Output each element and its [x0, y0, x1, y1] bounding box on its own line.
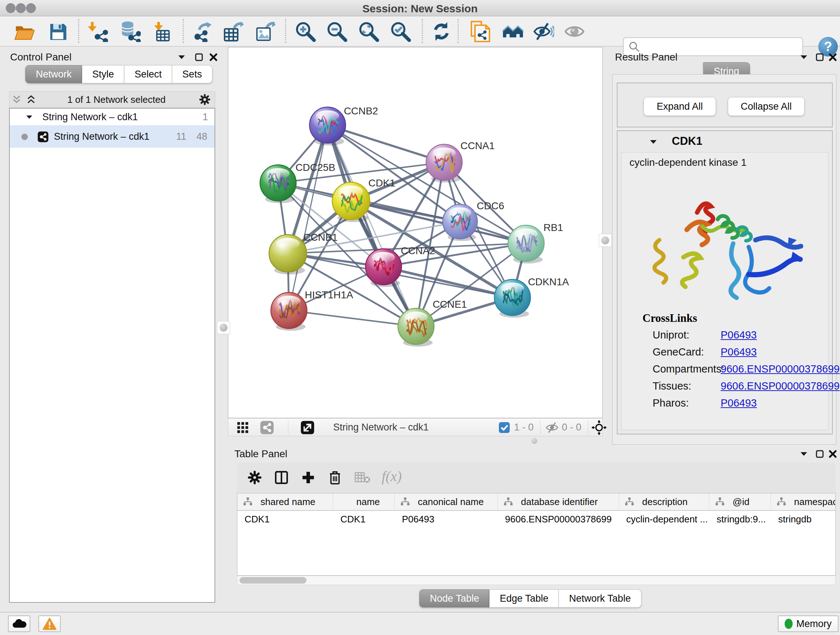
tab-sets[interactable]: Sets — [172, 65, 212, 83]
table-cell-database-identifier[interactable]: 9606.ENSP00000378699 — [498, 511, 619, 527]
open-view-in-window-button[interactable] — [299, 420, 316, 435]
tab-network[interactable]: Network — [25, 65, 82, 83]
panel-menu-icon[interactable] — [175, 51, 188, 64]
crosslink-label: GeneCard: — [653, 346, 704, 358]
network-canvas[interactable]: CCNB2CCNA1CDC25BCDK1CDC6RB1CCNB1CCNA2CDK… — [228, 47, 603, 418]
network-options-button[interactable] — [195, 93, 215, 106]
panel-close-icon[interactable] — [826, 51, 839, 64]
export-network-button[interactable] — [190, 20, 213, 43]
import-network-button[interactable] — [87, 20, 110, 43]
export-table-button[interactable] — [222, 20, 245, 43]
network-node-CCNA2[interactable] — [365, 249, 401, 287]
column-header-shared-name[interactable]: shared name — [237, 494, 333, 510]
network-node-CCNE1[interactable] — [398, 309, 434, 347]
column-header-name[interactable]: name — [333, 494, 395, 510]
panel-menu-icon[interactable] — [797, 51, 810, 64]
bottom-splitter-handle[interactable] — [531, 438, 537, 444]
network-node-CDC25B[interactable] — [260, 165, 296, 203]
gene-section-header[interactable]: CDK1 — [617, 131, 832, 151]
gene-expander-icon[interactable] — [649, 139, 657, 145]
left-splitter-handle[interactable] — [217, 321, 230, 334]
crosslink-link[interactable]: P06493 — [721, 397, 757, 409]
network-row-selected[interactable]: String Network – cdk1 11 48 — [10, 125, 215, 148]
table-horizontal-scrollbar[interactable] — [237, 576, 836, 585]
tab-edge-table[interactable]: Edge Table — [489, 589, 559, 608]
column-header-canonical-name[interactable]: canonical name — [395, 494, 498, 510]
network-node-label-CDC6: CDC6 — [477, 200, 504, 211]
table-options-button[interactable] — [243, 466, 266, 489]
crosslink-link[interactable]: 9606.ENSP00000378699 — [721, 380, 840, 392]
selected-checkbox[interactable] — [499, 422, 510, 433]
cloud-status-button[interactable] — [8, 616, 30, 632]
panel-float-icon[interactable] — [813, 448, 826, 461]
create-column-button[interactable] — [297, 466, 319, 489]
expand-all-button[interactable]: Expand All — [644, 97, 716, 116]
network-column-icon — [243, 497, 253, 507]
memory-button[interactable]: Memory — [778, 616, 838, 632]
show-columns-button[interactable] — [270, 466, 293, 489]
crosslink-link[interactable]: P06493 — [721, 329, 757, 341]
expand-all-icon[interactable] — [24, 93, 38, 106]
string-home-button[interactable] — [501, 20, 524, 43]
network-node-CDK1[interactable] — [332, 182, 370, 222]
panel-close-icon[interactable] — [826, 448, 839, 461]
tab-node-table[interactable]: Node Table — [419, 589, 489, 608]
panel-menu-icon[interactable] — [797, 448, 810, 461]
panel-float-icon[interactable] — [813, 51, 826, 64]
table-cell-id[interactable]: stringdb:9... — [709, 511, 771, 527]
table-cell-name[interactable]: CDK1 — [333, 511, 395, 527]
network-column-icon — [504, 497, 513, 507]
delete-table-button-disabled[interactable] — [351, 466, 374, 489]
table-row[interactable]: CDK1CDK1P064939606.ENSP00000378699cyclin… — [237, 511, 835, 527]
function-builder-button[interactable]: f(x) — [382, 468, 402, 485]
scrollbar-thumb[interactable] — [240, 577, 306, 584]
delete-column-button[interactable] — [324, 466, 346, 489]
network-node-CDC6[interactable] — [443, 204, 477, 241]
hide-glass-button[interactable] — [532, 20, 555, 43]
panel-close-icon[interactable] — [207, 51, 220, 64]
double-chevron-up-icon — [27, 95, 36, 104]
show-glass-button[interactable] — [563, 20, 586, 43]
collapse-all-icon[interactable] — [9, 93, 24, 106]
center-view-button[interactable] — [591, 420, 607, 435]
column-header-namespace[interactable]: namespace — [771, 494, 836, 510]
export-image-button[interactable] — [253, 20, 276, 43]
network-node-CCNA1[interactable] — [426, 144, 462, 182]
network-node-RB1[interactable] — [508, 225, 544, 264]
table-cell-description[interactable]: cyclin-dependent ... — [619, 511, 709, 527]
tab-style[interactable]: Style — [82, 65, 125, 83]
zoom-fit-button[interactable] — [357, 20, 380, 43]
refresh-button[interactable] — [430, 20, 453, 43]
tab-network-table[interactable]: Network Table — [559, 589, 641, 608]
network-node-HIST1H1A[interactable] — [271, 293, 307, 331]
warnings-button[interactable] — [38, 616, 61, 632]
network-collection-row[interactable]: String Network – cdk1 1 — [10, 109, 215, 125]
network-view-icon-button[interactable] — [259, 420, 275, 435]
birdseye-toggle-button[interactable] — [235, 421, 251, 434]
expander-icon[interactable] — [26, 114, 33, 120]
network-node-CCNB1[interactable] — [269, 234, 307, 274]
column-header-id[interactable]: @id — [709, 494, 771, 510]
network-edge-HIST1H1A-CCNE1[interactable] — [289, 310, 416, 326]
import-network-from-database-button[interactable] — [118, 20, 142, 43]
table-cell-canonical-name[interactable]: P06493 — [395, 511, 498, 527]
table-cell-shared-name[interactable]: CDK1 — [237, 511, 333, 527]
collapse-all-button[interactable]: Collapse All — [728, 97, 805, 116]
column-header-database-identifier[interactable]: database identifier — [498, 494, 619, 510]
zoom-in-button[interactable] — [294, 20, 317, 43]
network-edge-CCNA2-CDKN1A[interactable] — [384, 267, 512, 298]
open-session-button[interactable] — [13, 20, 36, 43]
zoom-out-button[interactable] — [325, 20, 348, 43]
crosslink-link[interactable]: P06493 — [721, 346, 757, 358]
import-table-button[interactable] — [150, 20, 174, 43]
save-session-button[interactable] — [46, 20, 69, 43]
panel-float-icon[interactable] — [193, 51, 205, 64]
table-cell-namespace[interactable]: stringdb — [771, 511, 836, 527]
crosslink-link[interactable]: 9606.ENSP00000378699 — [721, 363, 840, 375]
tab-select[interactable]: Select — [125, 65, 172, 83]
string-import-button[interactable] — [469, 20, 492, 43]
zoom-selected-button[interactable] — [389, 20, 412, 43]
network-node-CDKN1A[interactable] — [494, 279, 531, 318]
column-header-description[interactable]: description — [619, 494, 709, 510]
right-splitter-handle[interactable] — [599, 234, 612, 247]
